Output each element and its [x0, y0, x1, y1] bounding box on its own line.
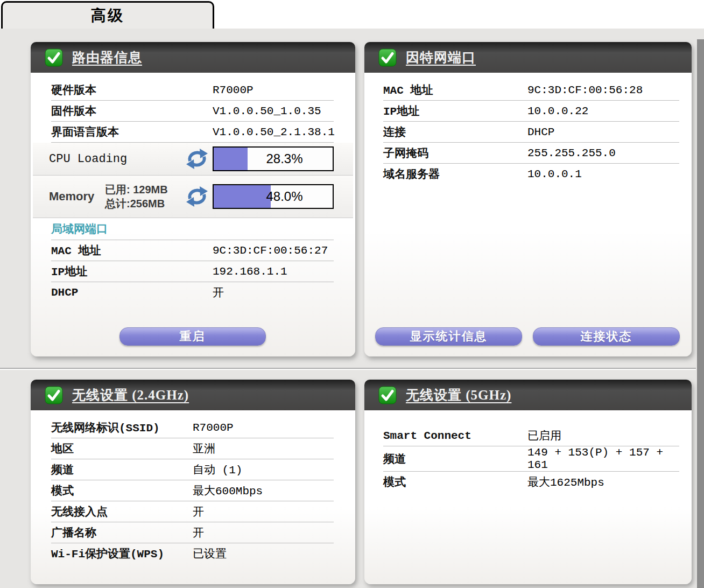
button-area: 重启 [51, 327, 334, 346]
tab-label: 高级 [91, 5, 124, 26]
memory-percent-text: 48.0% [214, 185, 333, 208]
info-row: Smart Connect 已启用 [383, 425, 679, 446]
row-label: Smart Connect [383, 430, 527, 442]
row-value: 开 [193, 504, 204, 519]
row-label: 固件版本 [51, 103, 213, 118]
panel-title-wireless-5ghz[interactable]: 无线设置 (5GHz) [406, 386, 511, 404]
show-statistics-button[interactable]: 显示统计信息 [375, 327, 522, 346]
memory-row: Memory 已用: 129MB 总计:256MB 48.0% [33, 176, 353, 218]
refresh-icon[interactable] [185, 185, 209, 208]
row-label: Wi-Fi保护设置(WPS) [51, 546, 193, 561]
panel-internet-port: 因特网端口 MAC 地址 9C:3D:CF:00:56:28 IP地址 10.0… [364, 42, 692, 356]
memory-total: 总计:256MB [105, 198, 165, 209]
row-label: 模式 [51, 483, 193, 498]
info-row: 硬件版本 R7000P [51, 80, 334, 101]
panel-header: 无线设置 (5GHz) [364, 380, 692, 410]
panel-body: Smart Connect 已启用 频道 149 + 153(P) + 157 … [364, 410, 692, 584]
reboot-button[interactable]: 重启 [119, 327, 266, 346]
row-value: V1.0.0.50_2.1.38.1 [213, 126, 335, 138]
panel-wireless-24ghz: 无线设置 (2.4GHz) 无线网络标识(SSID) R7000P 地区 亚洲 … [31, 380, 355, 584]
row-label: 域名服务器 [383, 166, 527, 181]
info-row: MAC 地址 9C:3D:CF:00:56:28 [383, 80, 679, 101]
section-divider [0, 368, 696, 370]
row-label: 连接 [383, 124, 527, 139]
row-value: 自动 (1) [193, 462, 242, 477]
panel-body: 硬件版本 R7000P 固件版本 V1.0.0.50_1.0.35 界面语言版本… [31, 73, 355, 356]
panel-header: 路由器信息 [31, 42, 355, 73]
memory-used-total: 已用: 129MB 总计:256MB [105, 183, 185, 211]
row-label: 硬件版本 [51, 82, 213, 97]
row-value: 9C:3D:CF:00:56:27 [213, 244, 328, 257]
lan-section-title: 局域网端口 [51, 218, 334, 240]
connection-status-button[interactable]: 连接状态 [533, 327, 680, 346]
panel-header: 因特网端口 [364, 42, 692, 73]
row-label: 子网掩码 [383, 145, 527, 160]
row-label: 频道 [383, 451, 527, 466]
info-row: 频道 149 + 153(P) + 157 + 161 [383, 446, 679, 472]
info-row: 模式 最大600Mbps [51, 480, 334, 501]
row-value: 9C:3D:CF:00:56:28 [527, 84, 643, 96]
cpu-loading-label: CPU Loading [49, 152, 185, 166]
green-check-icon [45, 48, 63, 67]
row-label: DHCP [51, 286, 213, 299]
panel-title-router-info[interactable]: 路由器信息 [72, 48, 142, 66]
row-label: 广播名称 [51, 525, 193, 540]
cpu-loading-row: CPU Loading 28.3% [33, 143, 353, 176]
row-value: DHCP [527, 126, 554, 138]
row-label: MAC 地址 [51, 243, 213, 258]
lan-section-label: 局域网端口 [51, 221, 108, 236]
info-row: 连接 DHCP [383, 122, 679, 143]
row-value: 已启用 [527, 428, 561, 443]
row-value: 255.255.255.0 [527, 147, 616, 159]
cpu-percent-text: 28.3% [214, 148, 333, 170]
cpu-progress-bar: 28.3% [213, 146, 334, 171]
info-row: MAC 地址 9C:3D:CF:00:56:27 [51, 240, 334, 261]
panel-title-wireless-24ghz[interactable]: 无线设置 (2.4GHz) [72, 386, 189, 404]
row-label: 无线接入点 [51, 504, 193, 519]
row-label: IP地址 [383, 103, 527, 118]
green-check-icon [378, 48, 397, 67]
info-row: IP地址 192.168.1.1 [51, 261, 334, 282]
panel-header: 无线设置 (2.4GHz) [31, 380, 355, 410]
row-label: MAC 地址 [383, 82, 527, 97]
row-label: 模式 [383, 474, 527, 489]
row-value: 开 [193, 525, 204, 540]
info-row: 域名服务器 10.0.0.1 [383, 164, 679, 184]
green-check-icon [378, 386, 397, 404]
memory-progress-bar: 48.0% [213, 184, 334, 209]
tab-advanced[interactable]: 高级 [1, 1, 214, 29]
info-row: 广播名称 开 [51, 522, 334, 543]
row-label: 无线网络标识(SSID) [51, 420, 193, 435]
row-value: R7000P [193, 422, 234, 434]
row-value: R7000P [213, 84, 254, 96]
row-value: 开 [213, 285, 224, 300]
row-value: 149 + 153(P) + 157 + 161 [527, 446, 679, 471]
green-check-icon [45, 386, 63, 404]
row-value: 亚洲 [193, 441, 215, 456]
row-value: 最大1625Mbps [527, 474, 604, 489]
refresh-icon[interactable] [185, 147, 209, 171]
row-value: 192.168.1.1 [213, 265, 287, 278]
row-value: 10.0.0.22 [527, 105, 588, 117]
panel-router-info: 路由器信息 硬件版本 R7000P 固件版本 V1.0.0.50_1.0.35 … [31, 42, 355, 356]
row-label: 地区 [51, 441, 193, 456]
row-value: 最大600Mbps [193, 483, 263, 498]
info-row: 模式 最大1625Mbps [383, 472, 679, 492]
row-label: 频道 [51, 462, 193, 477]
scrollbar[interactable] [697, 39, 704, 588]
info-row: 频道 自动 (1) [51, 459, 334, 480]
info-row: 地区 亚洲 [51, 438, 334, 459]
row-value: 10.0.0.1 [527, 168, 582, 180]
info-row: DHCP 开 [51, 282, 334, 303]
panel-title-internet-port[interactable]: 因特网端口 [406, 48, 476, 66]
row-value: 已设置 [193, 546, 227, 561]
panel-body: MAC 地址 9C:3D:CF:00:56:28 IP地址 10.0.0.22 … [364, 73, 692, 356]
memory-used: 已用: 129MB [105, 184, 168, 195]
info-row: 固件版本 V1.0.0.50_1.0.35 [51, 101, 334, 122]
panel-wireless-5ghz: 无线设置 (5GHz) Smart Connect 已启用 频道 149 + 1… [364, 380, 692, 584]
info-row: 无线接入点 开 [51, 501, 334, 522]
memory-label: Memory [49, 190, 105, 204]
row-value: V1.0.0.50_1.0.35 [213, 105, 321, 117]
info-row: Wi-Fi保护设置(WPS) 已设置 [51, 543, 334, 564]
info-row: IP地址 10.0.0.22 [383, 101, 679, 122]
